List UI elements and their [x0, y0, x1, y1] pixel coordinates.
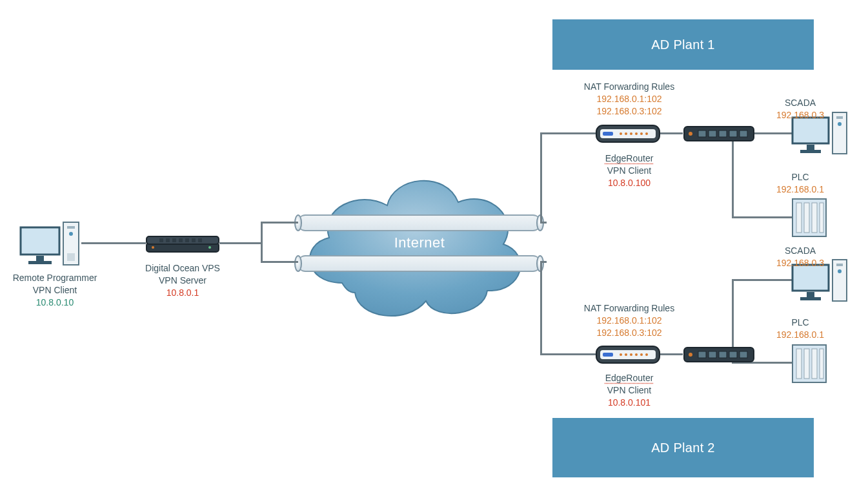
wire-to-edge1: [540, 132, 596, 134]
svg-point-52: [640, 353, 643, 356]
svg-point-22: [625, 132, 627, 135]
diagram-canvas: AD Plant 1 AD Plant 2 Internet: [0, 0, 868, 489]
svg-rect-44: [820, 203, 823, 233]
plc2-title: PLC: [762, 317, 839, 329]
programmer-sub: VPN Client: [0, 284, 110, 297]
svg-point-26: [645, 132, 648, 135]
plc2-icon: [791, 344, 827, 384]
svg-point-36: [838, 122, 842, 126]
edgerouter2-icon: [595, 344, 661, 367]
wire-vps-branch-h: [219, 242, 262, 244]
edge1-sub: VPN Client: [581, 165, 678, 177]
workstation-icon: [18, 221, 83, 269]
svg-point-50: [630, 353, 632, 356]
scada1-title: SCADA: [762, 97, 839, 109]
plc2-ip: 192.168.0.1: [762, 329, 839, 341]
edge2-nat-rule1: 192.168.0.1:102: [568, 315, 691, 327]
wire-edge1-switch1: [660, 132, 683, 134]
svg-point-2: [69, 232, 73, 236]
edge1-nat-rule1: 192.168.0.1:102: [568, 93, 691, 105]
edge2-sub: VPN Client: [581, 384, 678, 397]
edge1-title: EdgeRouter: [581, 152, 678, 165]
edge2-title: EdgeRouter: [581, 372, 678, 384]
svg-rect-15: [198, 238, 202, 242]
svg-rect-33: [740, 130, 747, 137]
svg-rect-5: [36, 256, 44, 261]
svg-rect-57: [709, 351, 716, 358]
svg-rect-6: [28, 261, 52, 264]
svg-point-24: [635, 132, 638, 135]
svg-rect-29: [698, 130, 706, 137]
svg-rect-39: [800, 150, 821, 153]
plc1-ip: 192.168.0.1: [762, 183, 839, 196]
svg-rect-65: [807, 292, 814, 297]
switch1-icon: [683, 124, 755, 143]
edge2-ip: 10.8.0.101: [581, 397, 678, 409]
wire-switch2-scada2: [732, 279, 795, 281]
svg-rect-37: [792, 118, 829, 143]
scada2-label: SCADA 192.168.0.3: [762, 245, 839, 269]
programmer-label: Remote Programmer VPN Client 10.8.0.10: [0, 272, 110, 309]
svg-point-25: [640, 132, 643, 135]
banner-ad-plant-1: AD Plant 1: [552, 19, 814, 70]
svg-rect-1: [67, 226, 75, 229]
wire-switch2-branch-v: [732, 279, 734, 355]
switch2-icon: [683, 345, 755, 364]
scada2-title: SCADA: [762, 245, 839, 257]
edge2-nat-rule2: 192.168.0.3:102: [568, 327, 691, 339]
edge1-nat-block: NAT Forwarding Rules 192.168.0.1:102 192…: [568, 81, 691, 118]
svg-rect-11: [172, 238, 176, 242]
svg-point-21: [620, 132, 622, 135]
svg-rect-10: [166, 238, 170, 242]
svg-rect-59: [729, 351, 737, 358]
svg-rect-71: [820, 349, 823, 379]
svg-point-55: [689, 353, 692, 357]
svg-point-51: [635, 353, 638, 356]
programmer-ip: 10.8.0.10: [0, 297, 110, 309]
svg-rect-3: [67, 253, 75, 261]
vpn-tunnel-bottom-icon: [298, 255, 540, 272]
wire-to-edge2: [540, 353, 596, 355]
edge2-nat-title: NAT Forwarding Rules: [568, 302, 691, 315]
svg-rect-66: [800, 297, 821, 300]
wire-programmer-vps: [81, 242, 146, 244]
svg-rect-31: [719, 130, 727, 137]
svg-rect-43: [812, 203, 817, 233]
wire-vps-branch-v: [261, 222, 263, 263]
svg-rect-14: [192, 238, 196, 242]
wire-vps-to-top-pipe: [261, 222, 298, 224]
svg-rect-30: [709, 130, 716, 137]
plc2-label: PLC 192.168.0.1: [762, 317, 839, 341]
svg-rect-38: [807, 145, 814, 150]
svg-rect-42: [804, 203, 809, 233]
svg-point-53: [645, 353, 648, 356]
svg-point-16: [152, 246, 154, 249]
plc1-label: PLC 192.168.0.1: [762, 171, 839, 196]
edge1-nat-title: NAT Forwarding Rules: [568, 81, 691, 93]
wire-vps-to-bottom-pipe: [261, 261, 298, 263]
programmer-title: Remote Programmer: [0, 272, 110, 284]
wire-edge2-switch2: [660, 353, 683, 355]
edge1-label: EdgeRouter VPN Client 10.8.0.100: [581, 152, 678, 189]
svg-rect-60: [740, 351, 747, 358]
wire-switch1-branch-v: [732, 132, 734, 218]
svg-rect-47: [603, 353, 613, 357]
edge1-ip: 10.8.0.100: [581, 177, 678, 189]
svg-rect-69: [804, 349, 809, 379]
wire-top-pipe-out-h: [540, 222, 547, 224]
svg-rect-4: [21, 227, 59, 255]
svg-rect-12: [179, 238, 183, 242]
plc1-title: PLC: [762, 171, 839, 183]
edge1-nat-rule2: 192.168.0.3:102: [568, 105, 691, 118]
svg-rect-41: [796, 203, 802, 233]
plc1-icon: [791, 198, 827, 238]
vps-title: Digital Ocean VPS: [129, 262, 236, 275]
svg-rect-9: [159, 238, 163, 242]
svg-rect-20: [603, 132, 613, 136]
svg-rect-58: [719, 351, 727, 358]
svg-point-49: [625, 353, 627, 356]
vps-router-icon: [145, 233, 220, 256]
svg-rect-32: [729, 130, 737, 137]
scada1-label: SCADA 192.168.0.3: [762, 97, 839, 121]
svg-rect-13: [185, 238, 189, 242]
